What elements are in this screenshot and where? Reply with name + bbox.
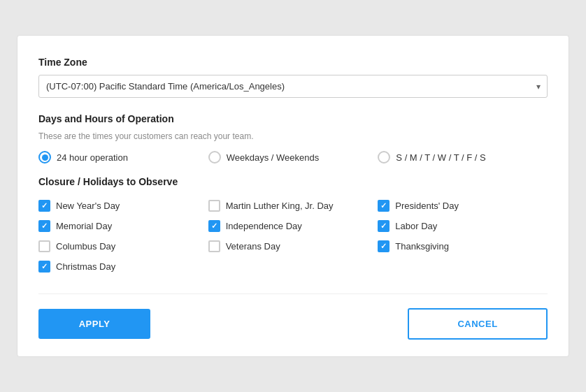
checkbox-veterans-day-box <box>208 240 220 252</box>
radio-group: 24 hour operation Weekdays / Weekends S … <box>38 151 548 164</box>
timezone-select-wrapper: (UTC-07:00) Pacific Standard Time (Ameri… <box>38 75 548 98</box>
radio-24hr-circle <box>38 151 51 164</box>
radio-custom-circle <box>378 151 390 164</box>
checkbox-labor-day[interactable]: Labor Day <box>378 216 548 236</box>
checkbox-memorial-day-label: Memorial Day <box>56 221 112 231</box>
checkbox-christmas-day[interactable]: Christmas Day <box>38 256 208 277</box>
checkbox-thanksgiving[interactable]: Thanksgiving <box>378 236 548 256</box>
cancel-button[interactable]: CANCEL <box>408 308 548 340</box>
footer: APPLY CANCEL <box>38 308 548 340</box>
holidays-title: Closure / Holidays to Observe <box>38 176 548 187</box>
checkbox-christmas-day-box <box>38 261 50 273</box>
checkbox-independence-day-box <box>208 220 220 232</box>
checkbox-mlk-day-label: Martin Luther King, Jr. Day <box>226 201 334 211</box>
days-hours-section: Days and Hours of Operation These are th… <box>38 113 548 164</box>
checkbox-labor-day-box <box>378 220 390 232</box>
holidays-section: Closure / Holidays to Observe New Year's… <box>38 176 548 277</box>
days-hours-title: Days and Hours of Operation <box>38 113 548 124</box>
settings-dialog: Time Zone (UTC-07:00) Pacific Standard T… <box>17 35 569 357</box>
checkbox-christmas-day-label: Christmas Day <box>56 261 115 272</box>
checkbox-columbus-day[interactable]: Columbus Day <box>38 236 208 256</box>
checkbox-columbus-day-label: Columbus Day <box>56 241 115 252</box>
checkbox-labor-day-label: Labor Day <box>395 221 437 231</box>
checkbox-presidents-day-label: Presidents' Day <box>395 201 459 211</box>
checkbox-thanksgiving-label: Thanksgiving <box>395 241 449 252</box>
checkbox-independence-day[interactable]: Independence Day <box>208 216 378 236</box>
checkbox-new-years-day-label: New Year's Day <box>56 201 120 211</box>
checkbox-columbus-day-box <box>38 240 50 252</box>
checkbox-presidents-day-box <box>378 200 390 212</box>
checkbox-memorial-day[interactable]: Memorial Day <box>38 216 208 236</box>
checkbox-memorial-day-box <box>38 220 50 232</box>
holidays-grid: New Year's Day Martin Luther King, Jr. D… <box>38 196 548 277</box>
timezone-select[interactable]: (UTC-07:00) Pacific Standard Time (Ameri… <box>38 75 548 98</box>
divider <box>38 293 548 294</box>
radio-custom-option[interactable]: S / M / T / W / T / F / S <box>378 151 548 164</box>
timezone-section-title: Time Zone <box>38 57 548 68</box>
radio-weekdays-circle <box>208 151 221 164</box>
checkbox-veterans-day-label: Veterans Day <box>226 241 280 252</box>
checkbox-mlk-day-box <box>208 200 220 212</box>
radio-weekdays-label: Weekdays / Weekends <box>227 152 319 163</box>
checkbox-new-years-day-box <box>38 200 50 212</box>
checkbox-thanksgiving-box <box>378 240 390 252</box>
checkbox-independence-day-label: Independence Day <box>226 221 302 231</box>
checkbox-mlk-day[interactable]: Martin Luther King, Jr. Day <box>208 196 378 216</box>
radio-weekdays-option[interactable]: Weekdays / Weekends <box>208 151 378 164</box>
checkbox-veterans-day[interactable]: Veterans Day <box>208 236 378 256</box>
radio-custom-label: S / M / T / W / T / F / S <box>396 152 485 163</box>
apply-button[interactable]: APPLY <box>38 309 150 339</box>
checkbox-presidents-day[interactable]: Presidents' Day <box>378 196 548 216</box>
days-hours-desc: These are the times your customers can r… <box>38 131 548 141</box>
radio-24hr-label: 24 hour operation <box>57 152 128 163</box>
radio-24hr-option[interactable]: 24 hour operation <box>38 151 208 164</box>
checkbox-new-years-day[interactable]: New Year's Day <box>38 196 208 216</box>
